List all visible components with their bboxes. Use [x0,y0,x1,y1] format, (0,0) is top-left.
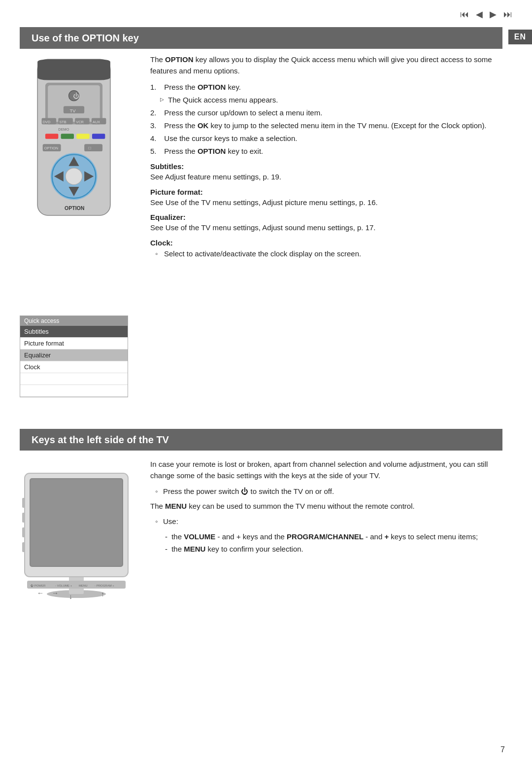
qa-item-picture-format: Picture format [20,338,128,350]
language-badge: EN [508,30,532,44]
next-icon[interactable]: ▶ [490,9,497,20]
clock-section: Clock: Select to activate/deactivate the… [150,239,505,260]
use-bullet: Use: [150,516,505,527]
svg-rect-23 [84,144,102,151]
svg-text:→: → [52,589,59,597]
section2-title: Keys at the left side of the TV [32,434,169,446]
section2-header: Keys at the left side of the TV [20,429,502,451]
step-1: 1. Press the OPTION key. [150,81,505,93]
qa-item-empty2 [20,385,128,397]
picture-format-body: See Use of the TV menu settings, Adjust … [150,197,505,209]
svg-rect-17 [45,134,58,139]
svg-rect-20 [92,134,105,139]
prev-icon[interactable]: ◀ [476,9,483,20]
clock-body: Select to activate/deactivate the clock … [150,248,505,260]
svg-text:←: ← [37,589,44,597]
svg-text:□: □ [89,145,91,150]
step-3: 3. Press the OK key to jump to the selec… [150,120,505,132]
svg-text:MENU: MENU [79,584,88,587]
svg-point-31 [66,168,82,185]
subtitles-title: Subtitles: [150,162,505,171]
skip-back-icon[interactable]: ⏮ [460,9,469,20]
menu-intro: The MENU key can be used to summon the T… [150,500,505,512]
subtitles-body: See Adjust feature menu settings, p. 19. [150,172,505,183]
qa-item-empty1 [20,373,128,385]
quick-access-menu: Quick access Subtitles Picture format Eq… [20,315,128,397]
svg-rect-38 [22,498,25,508]
svg-text:AUX: AUX [93,120,100,124]
intro-paragraph: The OPTION key allows you to display the… [150,54,505,76]
svg-rect-37 [31,479,122,566]
step-2: 2. Press the cursor up/down to select a … [150,107,505,119]
svg-text:OPTION: OPTION [65,205,84,211]
svg-text:- PROGRAM +: - PROGRAM + [95,584,114,587]
svg-rect-19 [76,134,89,139]
qa-item-subtitles: Subtitles [20,326,128,338]
svg-rect-1 [37,59,110,80]
svg-text:DEMO: DEMO [58,127,69,132]
tv-illustration: ⏻ POWER - VOLUME + MENU - PROGRAM + ← → … [20,458,138,611]
svg-rect-18 [61,134,74,139]
equalizer-title: Equalizer: [150,213,505,221]
section2-content: In case your remote is lost or broken, a… [150,458,505,559]
svg-text:⏻ POWER: ⏻ POWER [31,584,46,587]
svg-text:DVD: DVD [43,120,51,124]
section1-header: Use of the OPTION key [20,27,502,49]
remote-illustration: ⏻ TV DVD STB VCR AUX DEMO OPTION □ [20,57,138,313]
svg-rect-39 [22,513,25,523]
page-number: 7 [500,745,505,754]
picture-format-section: Picture format: See Use of the TV menu s… [150,188,505,209]
qa-item-equalizer: Equalizer [20,350,128,361]
svg-text:VCR: VCR [76,120,84,124]
svg-text:↓: ↓ [69,593,72,600]
steps-list: 1. Press the OPTION key. The Quick acces… [150,81,505,157]
use-list: the VOLUME - and + keys and the PROGRAM/… [165,530,505,556]
nav-icons: ⏮ ◀ ▶ ⏭ [460,9,512,20]
use-item-1: the VOLUME - and + keys and the PROGRAM/… [165,530,505,543]
section1-title: Use of the OPTION key [32,33,139,44]
step-4: 4. Use the cursor keys to make a selecti… [150,133,505,144]
keys-intro: In case your remote is lost or broken, a… [150,458,505,482]
svg-rect-40 [22,527,25,537]
qa-item-clock: Clock [20,361,128,373]
svg-text:TV: TV [70,108,76,113]
qa-header: Quick access [20,316,128,326]
skip-forward-icon[interactable]: ⏭ [503,9,512,20]
clock-title: Clock: [150,239,505,247]
use-item-2: the MENU key to confirm your selection. [165,543,505,556]
svg-text:⏻: ⏻ [73,92,79,100]
picture-format-title: Picture format: [150,188,505,196]
svg-text:STB: STB [59,120,66,124]
subtitles-section: Subtitles: See Adjust feature menu setti… [150,162,505,183]
equalizer-body: See Use of the TV menu settings, Adjust … [150,222,505,234]
section1-content: The OPTION key allows you to display the… [150,54,505,265]
svg-text:- VOLUME +: - VOLUME + [55,584,72,587]
equalizer-section: Equalizer: See Use of the TV menu settin… [150,213,505,234]
svg-text:↑: ↑ [101,590,104,598]
step-1-sub: The Quick access menu appears. [150,94,505,106]
svg-text:OPTION: OPTION [44,146,58,150]
step-5: 5. Press the OPTION key to exit. [150,145,505,157]
power-bullet: Press the power switch ⏻ to switch the T… [150,486,505,497]
svg-rect-41 [22,542,25,552]
